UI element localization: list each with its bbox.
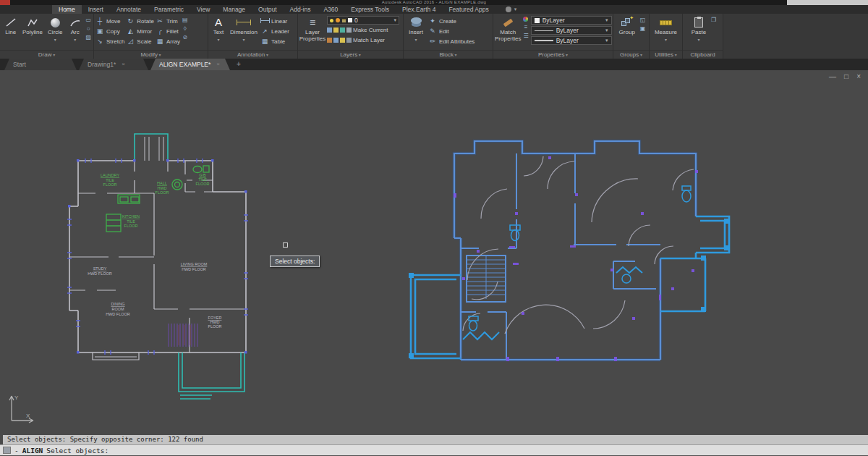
tab-insert[interactable]: Insert — [82, 5, 110, 14]
draw-extra-tools[interactable]: ▭ ○ ▨ — [85, 14, 92, 41]
file-tab-drawing1[interactable]: Drawing1* × — [79, 59, 148, 70]
modify-panel-label[interactable]: Modify — [94, 50, 208, 59]
lineweight-sample-icon — [535, 40, 553, 41]
linetype-dropdown[interactable]: ByLayer — [531, 26, 612, 35]
ribbon-display-toggle[interactable] — [504, 5, 523, 14]
current-layer-name: 0 — [354, 17, 358, 24]
copy-tool[interactable]: ▣Copy — [95, 26, 124, 36]
measure-tool[interactable]: Measure — [653, 14, 679, 43]
table-tool[interactable]: ▦Table — [260, 36, 289, 46]
polyline-tool[interactable]: Polyline — [21, 14, 43, 36]
layers-panel-label[interactable]: Layers — [298, 50, 403, 59]
rotate-tool[interactable]: ↻Rotate — [126, 16, 154, 26]
linetype-sample-icon — [535, 30, 553, 31]
draw-panel-label[interactable]: Draw — [0, 50, 93, 59]
stretch-tool[interactable]: ↘Stretch — [95, 36, 124, 46]
scale-tool[interactable]: ◿Scale — [126, 36, 154, 46]
leader-icon: ↗ — [260, 28, 269, 35]
close-tab-icon[interactable]: × — [122, 59, 125, 70]
group-tool[interactable]: ✦ Group — [616, 14, 638, 36]
leader-tool[interactable]: ↗Leader — [260, 26, 289, 36]
file-tab-start[interactable]: Start — [4, 59, 77, 70]
paste-icon — [694, 16, 703, 29]
clipboard-extra-tools[interactable]: ❐ — [710, 14, 717, 23]
hatch-icon: ▨ — [85, 34, 91, 41]
object-color-dropdown[interactable]: ByLayer — [531, 16, 612, 25]
paste-tool[interactable]: Paste — [689, 14, 709, 43]
svg-text:ROOM: ROOM — [111, 307, 124, 311]
panel-draw: Line Polyline Circle Arc ▭ ○ ▨ — [0, 14, 94, 59]
annotation-panel-label[interactable]: Annotation — [208, 50, 297, 59]
layer-properties-tool[interactable]: ≡ Layer Properties — [299, 14, 326, 42]
svg-text:FLOOR: FLOOR — [196, 182, 210, 186]
command-input-line[interactable]: - ALIGN Select objects: — [0, 444, 868, 455]
layer-color-swatch — [348, 18, 352, 22]
properties-extra-tools[interactable]: ≡ ☰ — [522, 14, 529, 39]
drawing1-tab-label: Drawing1* — [88, 59, 116, 70]
close-tab-icon[interactable]: × — [216, 59, 220, 70]
file-tab-align-example[interactable]: ALIGN EXAMPLE* × — [150, 59, 230, 70]
tab-home[interactable]: Home — [52, 5, 82, 14]
command-line-icon[interactable] — [3, 447, 11, 454]
tab-parametric[interactable]: Parametric — [148, 5, 190, 14]
tab-a360[interactable]: A360 — [317, 5, 344, 14]
tab-plex-earth[interactable]: Plex.Earth 4 — [396, 5, 442, 14]
minimize-icon[interactable]: — — [829, 73, 836, 80]
clipboard-panel-label[interactable]: Clipboard — [683, 50, 723, 59]
dimension-tool[interactable]: Dimension — [229, 14, 259, 43]
offset-icon: ⊘ — [182, 34, 188, 41]
text-label: Text — [213, 30, 224, 36]
close-icon[interactable]: × — [856, 73, 861, 80]
restore-icon[interactable]: □ — [844, 73, 848, 80]
text-tool[interactable]: A Text — [210, 14, 227, 43]
infocenter-search-box[interactable] — [787, 0, 868, 5]
utilities-panel-label[interactable]: Utilities — [650, 50, 682, 59]
lineweight-dropdown[interactable]: ByLayer — [531, 36, 612, 45]
tab-output[interactable]: Output — [252, 5, 284, 14]
ribbon-tab-bar: Home Insert Annotate Parametric View Man… — [0, 5, 868, 14]
tab-add-ins[interactable]: Add-ins — [284, 5, 318, 14]
layer-tool-icon — [346, 38, 352, 43]
drawing-viewport[interactable]: LAUNDRY TILE FLOOR HALL HWD FLOOR G/B TI… — [0, 70, 868, 435]
groups-extra-tools[interactable]: ◱ ▣ — [639, 14, 647, 32]
tab-express-tools[interactable]: Express Tools — [344, 5, 396, 14]
layer-tool-icon — [340, 28, 345, 33]
insert-tool[interactable]: Insert — [405, 14, 427, 43]
block-panel-label[interactable]: Block — [404, 50, 493, 59]
create-block-tool[interactable]: ✦Create — [428, 16, 475, 26]
match-layer-tool[interactable]: Match Layer — [327, 35, 399, 45]
first-floor-plan[interactable]: LAUNDRY TILE FLOOR HALL HWD FLOOR G/B TI… — [67, 134, 248, 399]
properties-panel-label[interactable]: Properties — [493, 50, 613, 59]
new-drawing-tab-button[interactable]: + — [232, 59, 245, 70]
array-label: Array — [166, 38, 180, 45]
arc-tool[interactable]: Arc — [67, 14, 83, 43]
tab-view[interactable]: View — [190, 5, 216, 14]
modify-extra-tools[interactable]: ▤ ◊ ⊘ — [182, 14, 189, 41]
match-properties-tool[interactable]: Match Properties — [495, 14, 521, 42]
linear-label: Linear — [271, 18, 287, 25]
measure-label: Measure — [655, 30, 677, 36]
edit-attributes-tool[interactable]: ✏Edit Attributes — [428, 36, 475, 46]
linetype-value: ByLayer — [556, 27, 579, 34]
insert-icon — [411, 16, 422, 29]
tab-annotate[interactable]: Annotate — [110, 5, 148, 14]
mirror-tool[interactable]: ◭Mirror — [126, 26, 154, 36]
layer-dropdown[interactable]: 0 — [327, 16, 399, 25]
line-tool[interactable]: Line — [1, 14, 20, 36]
stairs-hatch — [169, 324, 197, 347]
edit-block-tool[interactable]: ✎Edit — [428, 26, 475, 36]
make-current-tool[interactable]: Make Current — [327, 25, 399, 35]
array-tool[interactable]: ▦Array — [156, 36, 180, 46]
linear-tool[interactable]: Linear — [260, 16, 289, 26]
circle-tool[interactable]: Circle — [46, 14, 65, 43]
second-floor-plan[interactable] — [409, 141, 729, 361]
tab-manage[interactable]: Manage — [216, 5, 252, 14]
groups-panel-label[interactable]: Groups — [613, 50, 649, 59]
panel-utilities: Measure Utilities — [650, 14, 683, 59]
dynamic-input-tooltip: Select objects: — [270, 256, 320, 267]
tab-featured-apps[interactable]: Featured Apps — [442, 5, 495, 14]
table-label: Table — [271, 38, 285, 45]
trim-tool[interactable]: ✂Trim — [156, 16, 180, 26]
move-tool[interactable]: ┼Move — [95, 16, 124, 26]
fillet-tool[interactable]: ╭Fillet — [156, 26, 180, 36]
